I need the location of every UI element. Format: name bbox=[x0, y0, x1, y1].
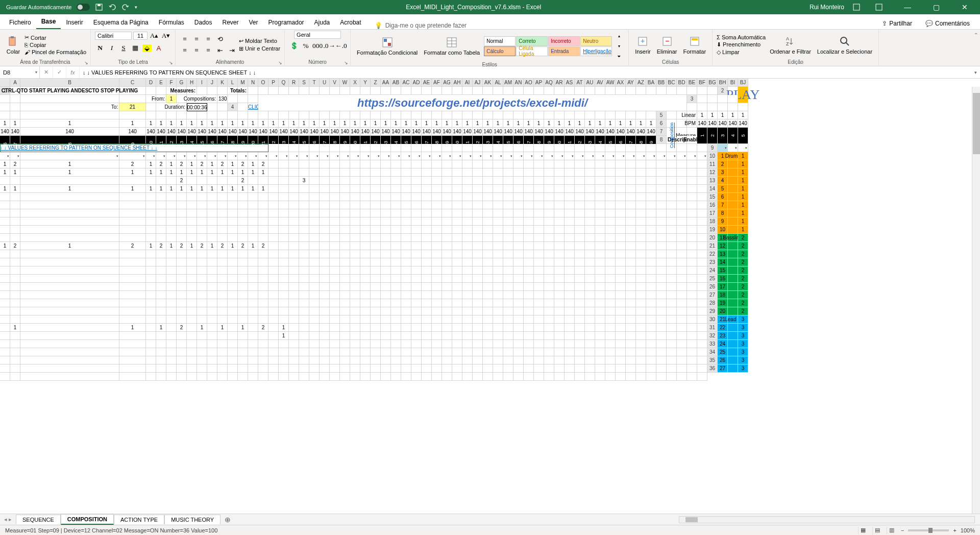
cell[interactable] bbox=[728, 332, 738, 340]
cell[interactable] bbox=[228, 291, 238, 299]
cell[interactable] bbox=[442, 275, 452, 283]
cell[interactable] bbox=[330, 332, 340, 340]
cell[interactable] bbox=[146, 364, 156, 373]
cell[interactable] bbox=[554, 201, 565, 209]
insert-function-button[interactable]: fx bbox=[66, 66, 80, 78]
tab-acrobat[interactable]: Acrobat bbox=[335, 16, 366, 29]
row-header[interactable]: 36 bbox=[707, 364, 718, 373]
cell[interactable] bbox=[228, 324, 238, 332]
cell[interactable] bbox=[119, 226, 146, 234]
cell[interactable] bbox=[330, 299, 340, 307]
cell[interactable] bbox=[320, 217, 330, 226]
cell[interactable] bbox=[524, 356, 534, 364]
cell[interactable] bbox=[656, 299, 667, 307]
play-button[interactable]: PLAY bbox=[738, 87, 748, 103]
cell[interactable] bbox=[646, 209, 656, 217]
cell[interactable] bbox=[279, 340, 289, 348]
cell[interactable] bbox=[524, 283, 534, 291]
cell[interactable] bbox=[391, 217, 401, 226]
cell[interactable] bbox=[585, 185, 595, 193]
cell[interactable] bbox=[422, 283, 432, 291]
cell[interactable] bbox=[452, 283, 462, 291]
cell[interactable] bbox=[473, 234, 483, 242]
cell[interactable]: 1 bbox=[718, 111, 728, 119]
cell[interactable] bbox=[646, 258, 656, 266]
cell[interactable] bbox=[177, 340, 187, 348]
cell[interactable] bbox=[462, 266, 473, 275]
cell[interactable] bbox=[20, 299, 119, 307]
cell[interactable] bbox=[10, 234, 20, 242]
cell[interactable]: 1 bbox=[20, 242, 119, 250]
cell[interactable] bbox=[330, 193, 340, 201]
cell[interactable] bbox=[330, 250, 340, 258]
cell[interactable] bbox=[513, 356, 524, 364]
cell[interactable] bbox=[544, 160, 554, 168]
cell[interactable]: 13 bbox=[718, 250, 728, 258]
cell[interactable] bbox=[10, 348, 20, 356]
column-header[interactable]: V bbox=[330, 79, 340, 87]
cell[interactable] bbox=[268, 275, 279, 283]
cell[interactable] bbox=[616, 152, 626, 160]
cell[interactable] bbox=[452, 373, 462, 381]
cell[interactable]: Enable bbox=[687, 136, 697, 144]
cell[interactable] bbox=[422, 111, 432, 119]
cell[interactable] bbox=[391, 291, 401, 299]
cell[interactable] bbox=[156, 234, 166, 242]
cell[interactable] bbox=[595, 332, 605, 340]
conditional-formatting-button[interactable]: Formatação Condicional bbox=[355, 35, 420, 57]
cell[interactable] bbox=[320, 291, 330, 299]
cell[interactable] bbox=[422, 250, 432, 258]
cell[interactable] bbox=[279, 160, 289, 168]
cell[interactable] bbox=[411, 193, 422, 201]
cell[interactable] bbox=[228, 364, 238, 373]
cell[interactable] bbox=[197, 340, 207, 348]
cell[interactable] bbox=[258, 111, 268, 119]
cell[interactable] bbox=[197, 234, 207, 242]
cell[interactable] bbox=[119, 111, 146, 119]
cell[interactable] bbox=[493, 185, 503, 193]
cell[interactable] bbox=[381, 258, 391, 266]
format-cells-button[interactable]: Formatar bbox=[681, 34, 708, 56]
cell[interactable] bbox=[432, 258, 442, 266]
cell[interactable] bbox=[0, 258, 10, 266]
cell[interactable] bbox=[595, 283, 605, 291]
cell[interactable] bbox=[697, 324, 707, 332]
cell[interactable] bbox=[503, 201, 513, 209]
cell[interactable] bbox=[605, 258, 616, 266]
cell[interactable] bbox=[217, 364, 228, 373]
cell[interactable] bbox=[360, 209, 371, 217]
cell[interactable]: 140 bbox=[738, 119, 748, 128]
cell[interactable] bbox=[636, 291, 646, 299]
cell[interactable]: 2 bbox=[119, 242, 146, 250]
cell[interactable] bbox=[605, 234, 616, 242]
cell[interactable] bbox=[462, 307, 473, 315]
cell[interactable] bbox=[462, 201, 473, 209]
cell[interactable] bbox=[248, 217, 258, 226]
cell[interactable]: 1 bbox=[534, 119, 544, 128]
cell[interactable] bbox=[473, 324, 483, 332]
cell[interactable] bbox=[442, 217, 452, 226]
cell[interactable] bbox=[667, 111, 677, 119]
cell[interactable]: 1 bbox=[636, 119, 646, 128]
worksheet-grid[interactable]: ABCDEFGHIJKLMNOPQRSTUVWXYZAAABACADAEAFAG… bbox=[0, 79, 980, 514]
cell[interactable] bbox=[360, 152, 371, 160]
cell[interactable]: 1 bbox=[320, 119, 330, 128]
cell[interactable] bbox=[667, 266, 677, 275]
cell[interactable] bbox=[462, 291, 473, 299]
cell[interactable] bbox=[503, 348, 513, 356]
cell[interactable] bbox=[258, 364, 268, 373]
cell[interactable] bbox=[646, 275, 656, 283]
cell[interactable] bbox=[20, 291, 119, 299]
cell[interactable] bbox=[299, 185, 309, 193]
cell[interactable] bbox=[207, 250, 217, 258]
cell[interactable] bbox=[350, 258, 360, 266]
cell[interactable] bbox=[119, 348, 146, 356]
cell[interactable] bbox=[697, 160, 707, 168]
cell[interactable] bbox=[687, 234, 697, 242]
cell[interactable] bbox=[166, 356, 177, 364]
cell[interactable] bbox=[309, 242, 320, 250]
cell[interactable]: 140 bbox=[503, 128, 513, 136]
align-launcher-icon[interactable]: ↘ bbox=[278, 60, 282, 65]
cell[interactable] bbox=[371, 266, 381, 275]
cell[interactable]: 2 bbox=[177, 177, 187, 185]
